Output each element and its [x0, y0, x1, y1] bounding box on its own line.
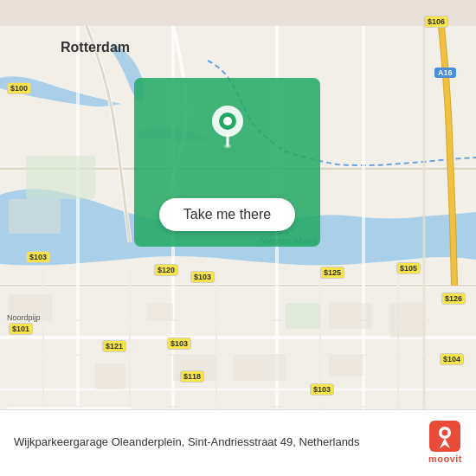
svg-rect-30: [286, 303, 320, 329]
location-name: Wijkparkeergarage Oleanderplein, Sint-An…: [14, 434, 360, 450]
road-badge-s125: $125: [320, 267, 344, 279]
location-card: Wijkparkeergarage Oleanderplein, Sint-An…: [0, 409, 476, 476]
road-badge-s103-4: $103: [310, 383, 334, 396]
road-badge-s105: $105: [396, 262, 421, 274]
moovit-icon: [429, 421, 460, 452]
road-badge-s120: $120: [154, 264, 178, 276]
svg-rect-29: [26, 156, 95, 199]
svg-rect-20: [9, 199, 61, 234]
svg-rect-24: [389, 303, 424, 338]
highway-badge-a16: A16: [434, 68, 456, 78]
svg-point-40: [442, 430, 448, 436]
svg-rect-27: [234, 355, 286, 381]
road-badge-s121: $121: [102, 340, 126, 352]
road-badge-s100-left: $100: [7, 82, 31, 94]
moovit-logo[interactable]: moovit: [428, 421, 462, 464]
svg-point-36: [223, 117, 232, 125]
moovit-brand-text: moovit: [428, 453, 462, 464]
svg-rect-23: [329, 303, 372, 329]
svg-point-37: [224, 145, 231, 148]
svg-rect-22: [147, 303, 173, 320]
road-badge-s126: $126: [441, 293, 466, 305]
road-badge-s106: $106: [424, 16, 448, 28]
road-badge-s104: $104: [440, 353, 464, 365]
road-badge-s103-3: $103: [167, 338, 191, 350]
road-badge-s101: $101: [9, 323, 33, 335]
road-badge-s103-1: $103: [26, 251, 50, 263]
svg-rect-25: [329, 355, 363, 376]
take-me-there-button[interactable]: Take me there: [159, 198, 295, 231]
svg-rect-28: [95, 363, 125, 389]
svg-text:Noordpijp: Noordpijp: [7, 313, 41, 322]
road-badge-s103-2: $103: [190, 271, 215, 283]
svg-text:Rotterdam: Rotterdam: [61, 40, 130, 55]
location-highlight: Take me there: [134, 78, 320, 247]
map-container: Rotterdam Nieuwe Maas Noordpijp Take me …: [0, 0, 476, 476]
location-pin-icon: [210, 104, 245, 152]
road-badge-s118: $118: [180, 370, 204, 383]
